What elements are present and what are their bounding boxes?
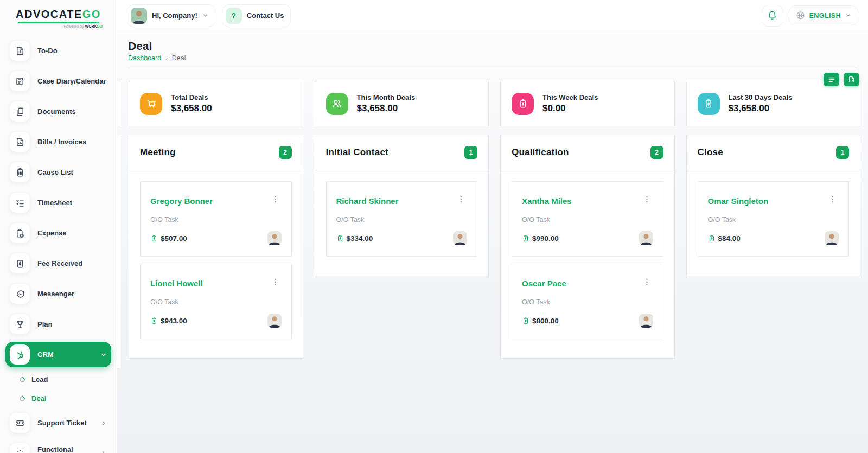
language-label: ENGLISH bbox=[809, 12, 841, 20]
assignee-avatar[interactable] bbox=[453, 231, 467, 245]
deal-card[interactable]: Xantha Miles ⋮ O/O Task $990.00 bbox=[512, 181, 663, 257]
sidebar-subitem-label: Lead bbox=[31, 375, 48, 384]
sidebar-item-todo[interactable]: To-Do bbox=[5, 38, 111, 63]
money-icon bbox=[150, 317, 158, 324]
stat-value: $3,658.00 bbox=[171, 103, 212, 114]
list-view-button[interactable] bbox=[824, 73, 839, 86]
deal-name-link[interactable]: Xantha Miles bbox=[522, 196, 572, 206]
stat-card-30days-deals: Last 30 Days Deals $3,658.00 bbox=[686, 81, 861, 126]
topbar-right: ENGLISH bbox=[762, 5, 858, 27]
sidebar-item-timesheet[interactable]: Timesheet bbox=[5, 190, 111, 215]
deal-name-link[interactable]: Lionel Howell bbox=[150, 279, 203, 288]
crm-icon bbox=[10, 344, 30, 365]
deal-card[interactable]: Gregory Bonner ⋮ O/O Task $507.00 bbox=[140, 181, 292, 257]
topbar: Hi, Company! ? Contact Us ENGLISH bbox=[117, 0, 868, 31]
sidebar-item-case-diary[interactable]: Case Diary/Calendar bbox=[5, 68, 111, 94]
deal-task-label: O/O Task bbox=[522, 298, 653, 306]
sidebar-item-label: Bills / Invoices bbox=[37, 138, 86, 146]
stat-card-week-deals: This Week Deals $0.00 bbox=[500, 81, 675, 126]
kebab-menu-icon[interactable]: ⋮ bbox=[641, 279, 653, 284]
deal-name-link[interactable]: Gregory Bonner bbox=[150, 196, 213, 206]
sidebar-item-crm[interactable]: CRM bbox=[5, 342, 111, 367]
chevron-down-icon bbox=[845, 12, 851, 18]
column-header: Meeting 2 bbox=[129, 135, 303, 170]
sidebar-item-bills[interactable]: Bills / Invoices bbox=[5, 129, 111, 155]
deal-amount: $84.00 bbox=[718, 234, 741, 243]
breadcrumb-dashboard-link[interactable]: Dashboard bbox=[128, 54, 161, 62]
sidebar-item-fee-received[interactable]: Fee Received bbox=[5, 251, 111, 276]
sidebar-item-support-ticket[interactable]: Support Ticket bbox=[5, 410, 111, 436]
app-window: ADVOCATEGO Powered by WORKDO To-Do Case … bbox=[0, 0, 868, 453]
sidebar-item-documents[interactable]: Documents bbox=[5, 99, 111, 124]
deal-card[interactable]: Lionel Howell ⋮ O/O Task $943.00 bbox=[140, 264, 292, 339]
sidebar-item-cause-list[interactable]: Cause List bbox=[5, 159, 111, 185]
kebab-menu-icon[interactable]: ⋮ bbox=[827, 196, 839, 202]
contact-us-button[interactable]: ? Contact Us bbox=[222, 4, 291, 27]
kebab-menu-icon[interactable]: ⋮ bbox=[270, 279, 282, 284]
money-icon bbox=[522, 317, 529, 324]
notifications-button[interactable] bbox=[762, 5, 783, 27]
deal-card[interactable]: Oscar Pace ⋮ O/O Task $800.00 bbox=[512, 264, 663, 339]
assignee-avatar[interactable] bbox=[639, 314, 653, 328]
sidebar-item-label: Expense bbox=[37, 229, 66, 237]
sidebar-item-label: Documents bbox=[37, 107, 76, 116]
ticket-icon bbox=[10, 413, 30, 433]
money-icon bbox=[150, 234, 158, 242]
sidebar-item-expense[interactable]: Expense bbox=[5, 220, 111, 246]
assignee-avatar[interactable] bbox=[267, 314, 282, 328]
deal-name-link[interactable]: Omar Singleton bbox=[708, 196, 769, 206]
globe-icon bbox=[796, 11, 805, 20]
deal-name-link[interactable]: Oscar Pace bbox=[522, 279, 566, 288]
language-selector[interactable]: ENGLISH bbox=[789, 5, 858, 25]
assignee-avatar[interactable] bbox=[267, 231, 282, 245]
kebab-menu-icon[interactable]: ⋮ bbox=[455, 196, 467, 202]
brand-underline bbox=[18, 22, 99, 23]
sidebar-item-messenger[interactable]: Messenger bbox=[5, 281, 111, 307]
assignee-avatar[interactable] bbox=[825, 231, 839, 245]
kanban-column-initial-contact: Initial Contact 1 Richard Skinner ⋮ O/O … bbox=[315, 135, 489, 276]
deal-card[interactable]: Omar Singleton ⋮ O/O Task $84.00 bbox=[698, 181, 850, 257]
bullet-icon bbox=[18, 394, 26, 402]
column-count-badge: 1 bbox=[836, 146, 849, 159]
kanban-column-close: Close 1 Omar Singleton ⋮ O/O Task bbox=[686, 135, 861, 276]
kebab-menu-icon[interactable]: ⋮ bbox=[270, 196, 282, 202]
breadcrumb: Dashboard › Deal bbox=[128, 54, 857, 62]
chevron-down-icon bbox=[202, 12, 208, 18]
assignee-avatar[interactable] bbox=[639, 231, 653, 245]
brand-logo[interactable]: ADVOCATEGO Powered by WORKDO bbox=[0, 0, 117, 31]
stat-value: $3,658.00 bbox=[357, 103, 416, 114]
breadcrumb-separator: › bbox=[165, 55, 168, 61]
column-count-badge: 2 bbox=[279, 146, 292, 159]
sidebar-item-label: To-Do bbox=[37, 47, 58, 55]
column-body: Xantha Miles ⋮ O/O Task $990.00 bbox=[501, 170, 674, 358]
column-header: Close 1 bbox=[687, 135, 860, 170]
column-title: Close bbox=[698, 147, 723, 158]
deal-name-link[interactable]: Richard Skinner bbox=[336, 196, 399, 206]
sidebar-subitem-lead[interactable]: Lead bbox=[5, 372, 111, 387]
deal-task-label: O/O Task bbox=[708, 216, 839, 224]
receipt-dollar-icon bbox=[10, 253, 30, 273]
clipboard-clock-icon bbox=[10, 223, 30, 243]
stat-label: This Week Deals bbox=[542, 93, 598, 101]
money-icon bbox=[336, 234, 344, 242]
sidebar-subitem-deal[interactable]: Deal bbox=[5, 391, 111, 406]
header-divider bbox=[128, 69, 857, 69]
kebab-menu-icon[interactable]: ⋮ bbox=[641, 196, 653, 202]
sidebar-item-plan[interactable]: Plan bbox=[5, 311, 111, 337]
sidebar-nav: To-Do Case Diary/Calendar Documents Bill… bbox=[0, 31, 117, 453]
documents-icon bbox=[10, 101, 30, 122]
user-menu-button[interactable]: Hi, Company! bbox=[127, 4, 215, 27]
checklist-icon bbox=[10, 193, 30, 213]
column-count-badge: 2 bbox=[650, 146, 663, 159]
cart-icon bbox=[140, 93, 162, 115]
sidebar-item-functional-setup[interactable]: Functional Setup bbox=[5, 441, 111, 453]
column-count-badge: 1 bbox=[464, 146, 477, 159]
stat-label: Last 30 Days Deals bbox=[729, 93, 793, 101]
chevron-right-icon bbox=[100, 420, 107, 426]
deal-card[interactable]: Richard Skinner ⋮ O/O Task $334.00 bbox=[326, 181, 478, 257]
stats-row: Total Deals $3,658.00 This Month Deals $… bbox=[117, 81, 868, 126]
column-body: Omar Singleton ⋮ O/O Task $84.00 bbox=[687, 170, 860, 276]
bullet-icon bbox=[18, 375, 26, 383]
add-deal-button[interactable] bbox=[844, 73, 859, 86]
kanban-column-qualification: Qualification 2 Xantha Miles ⋮ O/O Task bbox=[500, 135, 675, 359]
